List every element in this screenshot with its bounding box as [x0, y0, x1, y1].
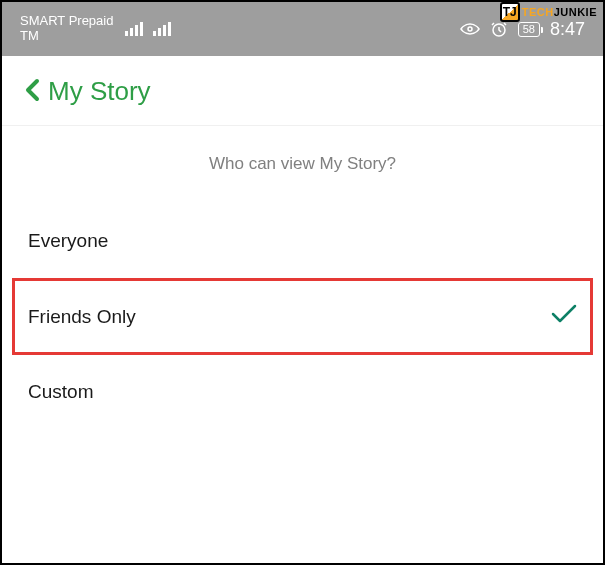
- eye-icon: [460, 22, 480, 36]
- alarm-icon: [490, 20, 508, 38]
- signal-icon: [125, 22, 143, 36]
- carrier-line1: SMART Prepaid: [20, 14, 113, 29]
- watermark-logo: TJ: [500, 2, 520, 22]
- section-subtitle: Who can view My Story?: [2, 126, 603, 204]
- option-label: Friends Only: [28, 306, 136, 328]
- nav-header: My Story: [2, 56, 603, 126]
- watermark-brand: TECHJUNKIE: [522, 6, 597, 18]
- option-custom[interactable]: Custom: [12, 355, 593, 429]
- battery-indicator: 58: [518, 22, 540, 37]
- option-label: Everyone: [28, 230, 108, 252]
- watermark-brand-second: JUNKIE: [554, 6, 597, 18]
- carrier-line2: TM: [20, 29, 113, 44]
- option-friends-only[interactable]: Friends Only: [12, 278, 593, 355]
- page-title: My Story: [48, 76, 151, 107]
- option-label: Custom: [28, 381, 93, 403]
- back-button[interactable]: [24, 78, 40, 106]
- option-everyone[interactable]: Everyone: [12, 204, 593, 278]
- status-left: SMART Prepaid TM: [20, 14, 171, 44]
- options-list: Everyone Friends Only Custom: [2, 204, 603, 429]
- svg-point-0: [468, 27, 472, 31]
- carrier-label: SMART Prepaid TM: [20, 14, 113, 44]
- watermark: TJ TECHJUNKIE: [500, 2, 597, 22]
- checkmark-icon: [551, 304, 577, 329]
- signal-icon: [153, 22, 171, 36]
- signal-icons: [125, 22, 171, 36]
- watermark-brand-first: TECH: [522, 6, 554, 18]
